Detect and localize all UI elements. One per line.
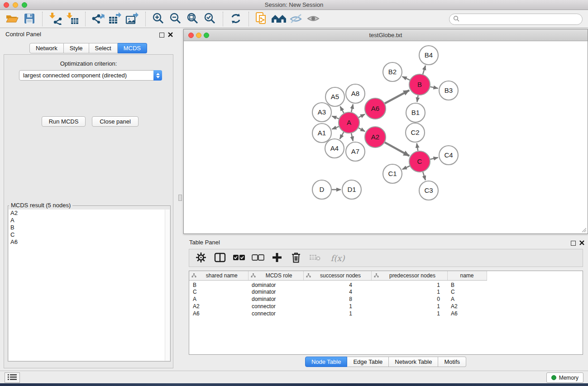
search-input[interactable] bbox=[462, 15, 578, 23]
edge-B-B2[interactable] bbox=[402, 76, 410, 80]
table-row[interactable]: Adominator80A bbox=[189, 295, 487, 303]
table-cell[interactable]: A6 bbox=[447, 310, 487, 317]
result-list-item[interactable]: A2 bbox=[9, 210, 170, 217]
edge-B-B4[interactable] bbox=[423, 66, 425, 74]
criterion-select[interactable]: largest connected component (directed) bbox=[19, 70, 162, 81]
zoom-selected-button[interactable] bbox=[201, 12, 219, 26]
table-cell[interactable]: 1 bbox=[303, 310, 371, 317]
import-network-button[interactable] bbox=[47, 12, 64, 26]
result-list-item[interactable]: A6 bbox=[9, 238, 170, 246]
table-cell[interactable]: 8 bbox=[303, 295, 371, 303]
result-list-item[interactable]: C bbox=[9, 231, 170, 238]
import-table-button[interactable] bbox=[64, 12, 81, 26]
table-cell[interactable]: connector bbox=[248, 310, 303, 317]
select-all-button[interactable] bbox=[233, 251, 245, 265]
result-list-item[interactable]: A bbox=[9, 217, 170, 224]
split-divider-handle[interactable] bbox=[178, 195, 182, 201]
column-header-name[interactable]: name bbox=[447, 271, 487, 280]
table-cell[interactable]: A bbox=[189, 295, 248, 303]
show-graphics-button[interactable] bbox=[305, 12, 322, 26]
table-cell[interactable]: 1 bbox=[371, 288, 447, 295]
export-image-button[interactable] bbox=[124, 12, 141, 26]
table-cell[interactable]: A2 bbox=[447, 303, 487, 310]
zoom-in-button[interactable] bbox=[150, 12, 167, 26]
edge-B-B3[interactable] bbox=[430, 87, 438, 88]
edge-C-C2[interactable] bbox=[417, 143, 418, 151]
tab-select[interactable]: Select bbox=[89, 43, 118, 53]
tab-edge-table[interactable]: Edge Table bbox=[347, 357, 389, 367]
table-cell[interactable]: A bbox=[447, 295, 487, 303]
table-cell[interactable]: 1 bbox=[371, 310, 447, 317]
table-cell[interactable]: C bbox=[447, 288, 487, 295]
result-list-item[interactable]: B bbox=[9, 224, 170, 231]
tab-motifs[interactable]: Motifs bbox=[438, 357, 466, 367]
edge-A6-B[interactable] bbox=[385, 90, 409, 103]
edge-C-C1[interactable] bbox=[402, 166, 410, 169]
create-column-button[interactable] bbox=[271, 251, 283, 265]
tab-network-table[interactable]: Network Table bbox=[389, 357, 438, 367]
delete-table-button[interactable] bbox=[309, 251, 321, 265]
column-header-successor-nodes[interactable]: successor nodes bbox=[303, 271, 371, 280]
network-overview-button[interactable] bbox=[253, 12, 270, 26]
task-history-button[interactable] bbox=[5, 372, 20, 383]
edge-A-A4[interactable] bbox=[340, 132, 344, 139]
resize-grip-icon[interactable] bbox=[580, 226, 587, 233]
edge-A-A5[interactable] bbox=[340, 106, 344, 113]
close-panel-icon[interactable] bbox=[579, 239, 584, 247]
table-cell[interactable]: 4 bbox=[303, 288, 371, 295]
run-mcds-button[interactable]: Run MCDS bbox=[42, 116, 86, 127]
table-row[interactable]: A2connector11A2 bbox=[189, 303, 487, 310]
network-canvas[interactable]: B4B2BB3A5A8A6B1A3AA1C2A2A4A7C4CC1C3DD1 bbox=[184, 41, 588, 234]
table-cell[interactable]: B bbox=[447, 280, 487, 288]
table-cell[interactable]: 1 bbox=[371, 280, 447, 288]
home-view-button[interactable] bbox=[270, 12, 287, 26]
tab-style[interactable]: Style bbox=[64, 43, 89, 53]
table-cell[interactable]: dominator bbox=[248, 295, 303, 303]
edge-C-C3[interactable] bbox=[423, 172, 425, 180]
column-header-mcds-role[interactable]: MCDS role bbox=[248, 271, 303, 280]
tab-node-table[interactable]: Node Table bbox=[305, 357, 348, 367]
edge-A-A3[interactable] bbox=[332, 116, 339, 119]
table-cell[interactable]: 4 bbox=[303, 280, 371, 288]
tab-network[interactable]: Network bbox=[29, 43, 64, 53]
deselect-all-button[interactable] bbox=[252, 251, 264, 265]
table-cell[interactable]: 1 bbox=[303, 303, 371, 310]
zoom-out-button[interactable] bbox=[167, 12, 184, 26]
edge-A-A1[interactable] bbox=[332, 127, 339, 129]
table-row[interactable]: A6connector11A6 bbox=[189, 310, 487, 317]
table-cell[interactable]: 0 bbox=[371, 295, 447, 303]
edge-A-A6[interactable] bbox=[359, 114, 365, 117]
close-panel-icon[interactable] bbox=[168, 31, 173, 39]
edge-A-A8[interactable] bbox=[351, 104, 353, 112]
table-row[interactable]: Bdominator41B bbox=[189, 280, 487, 288]
zoom-fit-button[interactable] bbox=[184, 12, 201, 26]
open-session-button[interactable] bbox=[4, 12, 21, 26]
show-columns-button[interactable] bbox=[214, 251, 226, 265]
refresh-button[interactable] bbox=[227, 12, 244, 26]
export-table-button[interactable] bbox=[107, 12, 124, 26]
edge-C-C4[interactable] bbox=[430, 157, 438, 159]
hide-graphics-button[interactable] bbox=[287, 12, 305, 26]
float-panel-icon[interactable] bbox=[159, 33, 164, 38]
table-settings-button[interactable] bbox=[195, 251, 207, 265]
export-network-button[interactable] bbox=[90, 12, 107, 26]
close-panel-button[interactable]: Close panel bbox=[92, 116, 139, 127]
float-panel-icon[interactable] bbox=[571, 241, 576, 246]
table-cell[interactable]: dominator bbox=[248, 288, 303, 295]
tab-mcds[interactable]: MCDS bbox=[118, 43, 147, 53]
list-scrollbar[interactable] bbox=[165, 210, 170, 361]
memory-button[interactable]: Memory bbox=[546, 372, 583, 383]
network-graph[interactable]: B4B2BB3A5A8A6B1A3AA1C2A2A4A7C4CC1C3DD1 bbox=[184, 41, 588, 234]
table-cell[interactable]: C bbox=[189, 288, 248, 295]
table-cell[interactable]: A2 bbox=[189, 303, 248, 310]
column-header-predecessor-nodes[interactable]: predecessor nodes bbox=[371, 271, 447, 280]
table-cell[interactable]: B bbox=[189, 280, 248, 288]
table-row[interactable]: Cdominator41C bbox=[189, 288, 487, 295]
edge-B-B1[interactable] bbox=[417, 95, 418, 102]
save-session-button[interactable] bbox=[21, 12, 38, 26]
table-cell[interactable]: connector bbox=[248, 303, 303, 310]
function-builder-button[interactable]: f(x) bbox=[328, 251, 348, 265]
table-cell[interactable]: A6 bbox=[189, 310, 248, 317]
column-header-shared-name[interactable]: shared name bbox=[189, 271, 248, 280]
table-cell[interactable]: dominator bbox=[248, 280, 303, 288]
